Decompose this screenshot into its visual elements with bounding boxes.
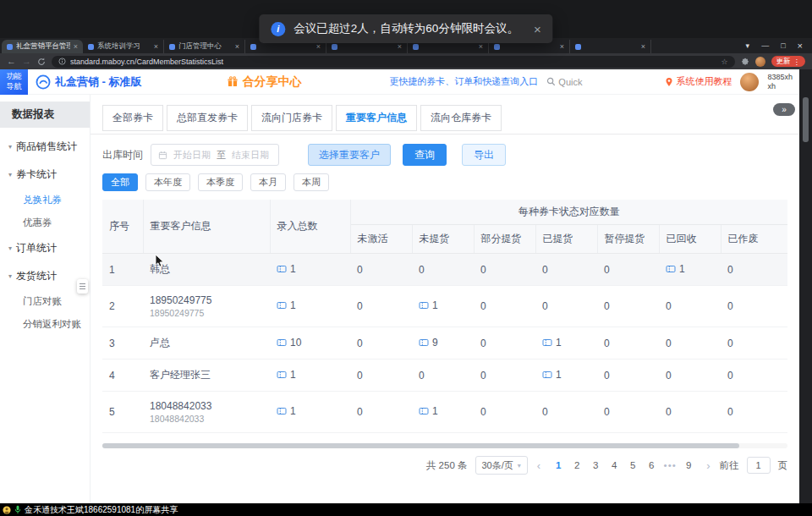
presenter-avatar-icon — [3, 506, 11, 514]
tab-close-icon[interactable]: × — [398, 42, 402, 51]
tab-close-icon[interactable]: × — [154, 42, 158, 51]
browser-tab[interactable]: 门店管理中心× — [164, 40, 245, 53]
collapse-button[interactable]: » — [773, 103, 795, 116]
tab-close-icon[interactable]: × — [235, 42, 239, 51]
cell-status: 0 — [597, 327, 659, 360]
date-range-input[interactable]: 开始日期 至 结束日期 — [151, 144, 279, 166]
pager-page[interactable]: 4 — [606, 456, 623, 475]
status-column-header: 暂停提货 — [597, 225, 659, 254]
app-header: 功能 导航 礼盒营销 - 标准版 合分享中心 更快捷的券卡、订单和快递查询入口 … — [0, 69, 799, 95]
table-row[interactable]: 1韩总10000010 — [102, 254, 787, 286]
browser-tab[interactable]: 礼盒营销平台管理中心× — [2, 40, 83, 53]
table-row[interactable]: 4客户经理张三10001000 — [102, 360, 787, 392]
page-scrollbar-thumb[interactable] — [803, 97, 809, 142]
table-row[interactable]: 3卢总100901000 — [102, 327, 787, 360]
pager-page[interactable]: 9 — [680, 456, 697, 475]
sidebar-item[interactable]: 分销返利对账 — [0, 313, 90, 336]
next-page-icon[interactable]: › — [705, 459, 711, 472]
count-value: 0 — [357, 338, 363, 349]
tab-close-icon[interactable]: × — [641, 42, 645, 51]
sidebar-group[interactable]: ▾券卡统计 — [0, 161, 90, 189]
content-tab[interactable]: 总部直发券卡 — [167, 105, 248, 131]
content-tab[interactable]: 全部券卡 — [102, 105, 163, 131]
forward-icon[interactable]: → — [22, 57, 31, 66]
browser-menu-icon[interactable]: ⋮ — [793, 58, 801, 66]
quick-filter-chip[interactable]: 本月 — [250, 173, 286, 191]
content-tab[interactable]: 流向仓库券卡 — [420, 105, 502, 131]
cell-status: 0 — [597, 360, 659, 392]
search-button[interactable]: 查询 — [403, 144, 447, 166]
table-body: 1韩总1000001021895024977518950249775101000… — [102, 254, 787, 442]
tab-search-chevron-icon[interactable]: ▾ — [746, 41, 750, 50]
pager-page[interactable]: 3 — [587, 456, 604, 475]
table-row[interactable]: 2189502497751895024977510100000 — [102, 286, 787, 327]
prev-page-icon[interactable]: ‹ — [535, 459, 542, 472]
horizontal-scrollbar-thumb[interactable] — [102, 443, 739, 448]
table-row[interactable]: 5180488420331804884203310100000 — [102, 392, 787, 433]
pager-page[interactable]: 6 — [643, 456, 660, 475]
count-cell: 1 — [419, 299, 438, 311]
user-avatar[interactable] — [740, 73, 759, 91]
bookmark-star-icon[interactable]: ☆ — [721, 58, 727, 66]
cell-status: 1 — [412, 392, 474, 433]
status-column-header: 部分提货 — [474, 225, 535, 254]
tab-close-icon[interactable]: × — [316, 42, 321, 51]
meeting-toast: i 会议已超过2人，自动转为60分钟限时会议。 × — [259, 14, 552, 43]
sidebar-item[interactable]: 优惠券 — [0, 211, 90, 234]
extensions-icon[interactable] — [741, 58, 749, 66]
cell-status: 0 — [474, 254, 535, 286]
quick-entry-link[interactable]: 更快捷的券卡、订单和快递查询入口 — [389, 75, 538, 88]
tutorial-link[interactable]: 系统使用教程 — [665, 75, 732, 88]
tab-close-icon[interactable]: × — [560, 42, 564, 51]
address-bar[interactable]: standard.maboy.cn/CardMemberStatisticsLi… — [52, 56, 735, 68]
sidebar-item[interactable]: 门店对账 — [0, 290, 90, 313]
tab-close-icon[interactable]: × — [74, 42, 78, 51]
count-cell: 0 — [666, 338, 672, 349]
url-text: standard.maboy.cn/CardMemberStatisticsLi… — [70, 58, 716, 66]
page-size-select[interactable]: 30条/页 ▾ — [475, 456, 528, 475]
screen-share-bar: 金禾通技术王斌18662591081的屏幕共享 — [0, 503, 812, 516]
minimize-icon[interactable]: — — [761, 41, 769, 50]
quick-filter-chip[interactable]: 全部 — [102, 173, 138, 191]
share-center-link[interactable]: 合分享中心 — [227, 74, 302, 90]
quick-filter-chip[interactable]: 本周 — [294, 173, 329, 191]
sidebar-group[interactable]: ▾商品销售统计 — [0, 133, 90, 161]
refresh-icon[interactable] — [37, 58, 46, 66]
site-info-icon[interactable] — [58, 58, 66, 65]
select-customer-button[interactable]: 选择重要客户 — [308, 144, 391, 166]
search-icon — [546, 77, 556, 86]
quick-search[interactable]: Quick — [546, 77, 582, 87]
close-icon[interactable]: × — [534, 22, 541, 36]
update-button[interactable]: 更新 ⋮ — [771, 56, 806, 67]
window-close-icon[interactable]: × — [798, 41, 803, 51]
content-tabs: 全部券卡总部直发券卡流向门店券卡重要客户信息流向仓库券卡 — [91, 95, 799, 134]
cell-index: 6 — [102, 433, 143, 442]
sidebar-drag-handle[interactable] — [77, 279, 88, 294]
microphone-icon[interactable] — [14, 505, 21, 514]
table-row[interactable]: 6分销代理的会员00000000 — [102, 433, 787, 442]
count-value: 10 — [290, 337, 301, 349]
quick-filter-chip[interactable]: 本季度 — [198, 173, 243, 191]
sidebar-group[interactable]: ▾订单统计 — [0, 234, 90, 262]
maximize-icon[interactable]: □ — [781, 41, 785, 50]
content-tab[interactable]: 重要客户信息 — [336, 105, 417, 131]
export-button[interactable]: 导出 — [462, 144, 506, 166]
tab-favicon — [494, 44, 500, 50]
pager-page[interactable]: 2 — [568, 456, 585, 475]
sidebar-item[interactable]: 兑换礼券 — [0, 189, 90, 211]
cell-status: 0 — [474, 392, 535, 433]
share-center-label: 合分享中心 — [243, 74, 302, 90]
goto-page-input[interactable] — [747, 457, 771, 474]
browser-tab[interactable]: 系统培训学习× — [83, 40, 164, 53]
pager-page[interactable]: 5 — [624, 456, 641, 475]
tab-close-icon[interactable]: × — [479, 42, 483, 51]
browser-profile-avatar[interactable] — [755, 57, 765, 67]
pager-page[interactable]: 1 — [550, 456, 567, 475]
back-icon[interactable]: ← — [7, 57, 16, 66]
nav-menu-button[interactable]: 功能 导航 — [0, 69, 28, 95]
browser-tab[interactable]: × — [570, 40, 651, 53]
content-tab-list: 全部券卡总部直发券卡流向门店券卡重要客户信息流向仓库券卡 — [102, 105, 787, 134]
count-value: 0 — [357, 264, 363, 276]
quick-filter-chip[interactable]: 本年度 — [145, 173, 190, 191]
content-tab[interactable]: 流向门店券卡 — [251, 105, 332, 131]
